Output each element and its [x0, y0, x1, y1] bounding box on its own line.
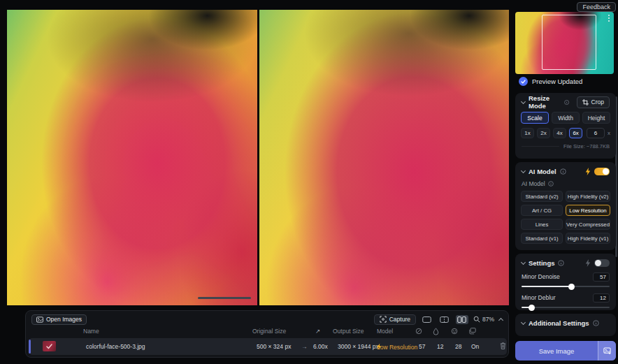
horizontal-scrollbar[interactable]: [198, 297, 251, 299]
file-size-text: File Size: ~788.7KB: [563, 143, 610, 150]
deblur-slider[interactable]: [522, 307, 610, 308]
face-recovery-value: 28: [455, 343, 461, 350]
file-row[interactable]: colorful-face-500-3.jpg 500 × 324 px → 6…: [29, 338, 507, 355]
ai-model-label: AI Model: [522, 180, 545, 187]
crop-button[interactable]: Crop: [577, 96, 610, 108]
crop-button-label: Crop: [591, 99, 604, 105]
col-model: Model: [377, 328, 393, 335]
output-size-value: 3000 × 1944 px: [338, 343, 379, 350]
info-icon: [564, 99, 569, 105]
open-images-button[interactable]: Open Images: [31, 314, 87, 325]
model-high-fidelity-v1-button[interactable]: High Fidelity (v1): [566, 233, 610, 244]
capture-label: Capture: [389, 316, 410, 323]
chevron-down-icon[interactable]: [521, 99, 526, 103]
factor-4x-button[interactable]: 4x: [553, 128, 566, 138]
model-art-cg-button[interactable]: Art / CG: [521, 205, 563, 216]
scale-value: 6.00x: [313, 343, 328, 350]
scale-column-icon: ↗: [315, 328, 320, 335]
resize-mode-title: Resize Mode: [529, 94, 561, 110]
save-image-label: Save Image: [515, 347, 598, 355]
col-name: Name: [83, 328, 99, 335]
tab-scale[interactable]: Scale: [521, 112, 549, 124]
file-queue-panel: Open Images Capture 87%: [25, 310, 509, 358]
settings-title: Settings: [529, 259, 554, 267]
deblur-value-input[interactable]: 12: [593, 293, 610, 303]
side-by-side-view-icon[interactable]: [456, 315, 468, 324]
model-value: Low Resolution: [377, 343, 417, 350]
split-view-icon[interactable]: [438, 315, 451, 324]
preview-thumbnail[interactable]: [515, 12, 614, 74]
check-circle-icon: [519, 77, 528, 86]
custom-scale-input[interactable]: 6: [587, 128, 605, 138]
denoise-label: Minor Denoise: [522, 273, 593, 280]
app-window: Feedback Preview Updated Resize Mode: [0, 0, 618, 364]
preview-status-text: Preview Updated: [532, 78, 582, 85]
info-icon: [558, 260, 564, 266]
model-high-fidelity-v2-button[interactable]: High Fidelity (v2): [566, 191, 610, 202]
additional-settings-section: Additional Settings: [515, 314, 616, 336]
more-options-icon[interactable]: [608, 15, 610, 23]
save-image-button[interactable]: Save Image: [515, 341, 616, 361]
collapse-panel-icon[interactable]: [498, 317, 503, 322]
model-standard-v2-button[interactable]: Standard (v2): [521, 191, 563, 202]
info-icon: [560, 168, 566, 175]
before-image[interactable]: [7, 10, 257, 305]
denoise-column-icon: [415, 328, 422, 336]
factor-1x-button[interactable]: 1x: [521, 128, 534, 138]
ai-model-grid: Standard (v2) High Fidelity (v2) Art / C…: [515, 191, 616, 244]
settings-section: Settings Minor Denoise 57 Minor Deblur 1…: [515, 254, 616, 310]
denoise-value-input[interactable]: 57: [593, 272, 610, 282]
save-options-segment[interactable]: [598, 341, 616, 361]
chevron-down-icon[interactable]: [521, 319, 526, 324]
info-icon: [548, 181, 554, 187]
settings-auto-toggle[interactable]: [594, 259, 610, 267]
factor-2x-button[interactable]: 2x: [537, 128, 550, 138]
compression-column-icon: [469, 328, 476, 336]
deblur-value: 12: [437, 343, 443, 350]
col-original-size: Original Size: [252, 328, 286, 335]
tab-width[interactable]: Width: [552, 112, 580, 124]
preview-status: Preview Updated: [519, 77, 582, 86]
capture-icon: [380, 316, 387, 323]
image-icon: [36, 316, 43, 323]
chevron-down-icon[interactable]: [521, 259, 526, 264]
zoom-level-text: 87%: [482, 316, 494, 323]
deblur-column-icon: [433, 328, 439, 337]
tab-height[interactable]: Height: [582, 112, 610, 124]
after-image-content: [259, 10, 509, 305]
face-recovery-column-icon: [451, 328, 458, 336]
model-low-resolution-button[interactable]: Low Resolution: [566, 205, 610, 216]
deblur-label: Minor Deblur: [522, 294, 593, 301]
ai-model-title: AI Model: [529, 168, 556, 175]
arrow-right-icon: →: [301, 343, 308, 350]
zoom-control[interactable]: 87%: [473, 316, 494, 323]
image-compare-viewer: [7, 10, 509, 305]
after-image[interactable]: [259, 10, 509, 305]
denoise-slider[interactable]: [522, 286, 610, 287]
chevron-down-icon[interactable]: [521, 168, 526, 173]
ai-auto-toggle[interactable]: [594, 168, 610, 175]
lightning-icon: [585, 259, 591, 267]
factor-6x-button[interactable]: 6x: [569, 128, 582, 138]
col-output-size: Output Size: [333, 328, 364, 335]
crop-region-overlay[interactable]: [542, 15, 596, 70]
save-image-icon: [603, 347, 611, 355]
deblur-slider-row: Minor Deblur 12: [515, 293, 616, 308]
model-lines-button[interactable]: Lines: [521, 219, 563, 230]
model-very-compressed-button[interactable]: Very Compressed: [566, 219, 610, 230]
row-thumbnail[interactable]: [43, 341, 56, 351]
divider: [522, 146, 559, 147]
capture-button[interactable]: Capture: [374, 314, 416, 325]
compression-value: On: [471, 343, 479, 350]
check-icon: [46, 344, 52, 349]
delete-row-icon[interactable]: [500, 342, 506, 351]
crop-icon: [582, 99, 589, 105]
magnifier-icon: [473, 316, 480, 323]
original-size-value: 500 × 324 px: [257, 343, 291, 350]
open-images-label: Open Images: [46, 316, 82, 323]
before-image-content: [7, 10, 257, 305]
file-table-header: Name Original Size ↗ Output Size Model: [26, 328, 508, 336]
single-view-icon[interactable]: [421, 315, 433, 324]
model-standard-v1-button[interactable]: Standard (v1): [521, 233, 563, 244]
scale-factor-buttons: 1x 2x 4x 6x 6 x: [515, 124, 616, 138]
